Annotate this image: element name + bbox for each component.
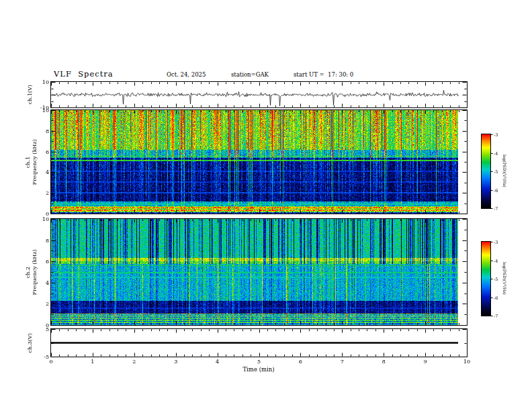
colorbar-tick-label: -4 — [494, 259, 498, 264]
colorbar-tick-label: -4 — [494, 151, 498, 156]
ch2-colorbar-axis-label: log(PSD)(V²/Hz) — [502, 254, 507, 304]
ch1-frequency-axis-label: ch.1 Frequency (kHz) — [25, 122, 38, 203]
y-tick-label: 6 — [46, 148, 49, 154]
y-tick-label: 6 — [46, 259, 49, 265]
y-tick-label: -5 — [44, 354, 49, 360]
x-tick-label: 2 — [132, 359, 136, 365]
y-tick-label: 10 — [42, 107, 49, 113]
ch3-voltage-axis-label: ch.3(V) — [27, 323, 34, 363]
ch1-colorbar-axis-label: log(PSD)(V²/Hz) — [502, 146, 507, 196]
y-tick-label: 2 — [46, 301, 49, 307]
x-tick-label: 10 — [463, 359, 470, 365]
y-tick-label: 8 — [46, 237, 49, 243]
x-tick-label: 8 — [382, 359, 386, 365]
y-tick-label: 10 — [42, 216, 49, 222]
colorbar-tick-label: -6 — [494, 188, 498, 193]
colorbar-tick-label: -7 — [494, 206, 498, 212]
axes-overlay — [0, 0, 532, 411]
ch1-voltage-axis-label: ch.1(V) — [27, 75, 34, 115]
colorbar-tick-label: -5 — [494, 169, 498, 175]
x-tick-label: 9 — [424, 359, 427, 365]
x-tick-label: 5 — [257, 359, 261, 365]
y-tick-label: 8 — [46, 128, 49, 134]
x-tick-label: 6 — [299, 359, 302, 365]
x-tick-label: 1 — [91, 359, 94, 365]
x-tick-label: 7 — [341, 359, 344, 365]
x-tick-label: 3 — [174, 359, 177, 365]
colorbar-tick-label: -6 — [494, 295, 498, 301]
x-tick-label: 4 — [216, 359, 219, 365]
x-tick-label: 0 — [49, 359, 52, 365]
y-tick-label: 2 — [46, 190, 49, 196]
axis-label-text: Frequency (kHz) — [31, 232, 38, 313]
axis-label-text: ch.1 — [25, 122, 32, 203]
axis-label-text: ch.1(V) — [27, 75, 34, 115]
y-tick-label: 4 — [46, 169, 49, 175]
y-tick-label: 5 — [46, 326, 49, 332]
axis-label-text: Frequency (kHz) — [31, 122, 38, 203]
y-tick-label: 10 — [42, 79, 49, 85]
axis-label-text: ch.3(V) — [27, 323, 34, 363]
vlf-spectra-figure: VLF Spectra Oct. 24, 2025 station=GAK st… — [0, 0, 532, 411]
colorbar-tick-label: -5 — [494, 277, 498, 282]
colorbar-tick-label: -3 — [494, 132, 498, 138]
y-tick-label: 4 — [46, 279, 49, 285]
time-axis-label: Time (min) — [218, 366, 299, 373]
colorbar-tick-label: -3 — [494, 240, 498, 245]
axis-label-text: ch.2 — [25, 232, 32, 313]
ch2-frequency-axis-label: ch.2 Frequency (kHz) — [25, 232, 38, 313]
colorbar-tick-label: -7 — [494, 314, 498, 319]
